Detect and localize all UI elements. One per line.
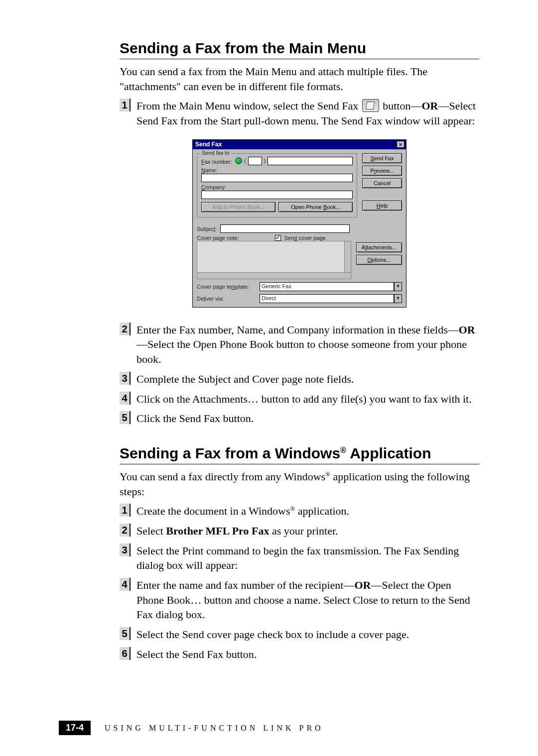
fax-number-input[interactable] — [268, 157, 353, 165]
step-text: Select the Print command to begin the fa… — [136, 543, 479, 573]
step-text: Select the Send Fax button. — [136, 647, 257, 662]
list-item: 6 Select the Send Fax button. — [120, 647, 479, 662]
fax-mid: ) — [264, 158, 266, 164]
dialog-title: Send Fax — [195, 141, 222, 148]
list-item: 1 Create the document in a Windows® appl… — [120, 504, 479, 519]
subject-label: Subject: — [197, 226, 217, 232]
step-number: 3 — [120, 372, 131, 385]
preview-button[interactable]: Preview... — [362, 166, 402, 176]
globe-icon[interactable] — [235, 157, 242, 164]
fax-number-label: Fax number: — [201, 159, 233, 165]
dialog-titlebar: Send Fax × — [193, 140, 406, 149]
group-legend: Send fax to — [200, 150, 231, 156]
subject-input[interactable] — [220, 224, 350, 233]
step-text: Click the Send Fax button. — [136, 411, 254, 426]
chevron-down-icon[interactable]: ▼ — [394, 294, 402, 303]
attachments-button[interactable]: Attachments... — [356, 242, 402, 252]
list-item: 1 From the Main Menu window, select the … — [120, 99, 479, 128]
cover-note-textarea[interactable] — [197, 241, 351, 273]
cover-template-select[interactable]: Generic Fax ▼ — [260, 282, 402, 291]
step-text: Select the Send cover page check box to … — [136, 627, 409, 642]
section1-title: Sending a Fax from the Main Menu — [120, 40, 479, 57]
step-text: Select Brother MFL Pro Fax as your print… — [136, 524, 338, 539]
section1-list: 1 From the Main Menu window, select the … — [120, 99, 479, 426]
send-fax-dialog: Send Fax × Send fax to Fax number: ( — [192, 139, 406, 308]
chevron-down-icon[interactable]: ▼ — [394, 282, 402, 291]
list-item: 2 Enter the Fax number, Name, and Compan… — [120, 323, 479, 367]
section2-list: 1 Create the document in a Windows® appl… — [120, 504, 479, 661]
cancel-button[interactable]: Cancel — [362, 178, 402, 188]
fax-area-input[interactable] — [248, 157, 262, 165]
step-number: 2 — [120, 323, 131, 335]
send-fax-button[interactable]: Send Fax — [362, 153, 402, 163]
step-number: 4 — [120, 578, 131, 591]
step-number: 5 — [120, 627, 131, 640]
help-button[interactable]: Help — [362, 201, 402, 211]
company-label: Company: — [201, 184, 353, 190]
step-text: Enter the name and fax number of the rec… — [136, 578, 479, 622]
send-cover-label: Send cover page — [284, 235, 326, 241]
step-text: Click on the Attachments… button to add … — [136, 392, 472, 407]
section2-intro: You can send a fax directly from any Win… — [120, 469, 479, 499]
list-item: 3 Select the Print command to begin the … — [120, 543, 479, 573]
step-number: 3 — [120, 543, 131, 556]
step-number: 4 — [120, 392, 131, 405]
page-footer: 17-4 USING MULTI-FUNCTION LINK PRO — [59, 721, 479, 735]
step-text: Create the document in a Windows® applic… — [136, 504, 349, 519]
list-item: 5 Click the Send Fax button. — [120, 411, 479, 426]
step-number: 1 — [120, 504, 131, 517]
list-item: 5 Select the Send cover page check box t… — [120, 627, 479, 642]
step-text: From the Main Menu window, select the Se… — [136, 99, 479, 128]
scrollbar-vertical[interactable] — [344, 241, 351, 273]
list-item: 3 Complete the Subject and Cover page no… — [120, 372, 479, 387]
step-text: Complete the Subject and Cover page note… — [136, 372, 354, 387]
footer-text: USING MULTI-FUNCTION LINK PRO — [105, 724, 324, 733]
deliver-via-value: Direct — [260, 294, 394, 303]
open-phonebook-button[interactable]: Open Phone Book... — [278, 202, 353, 212]
deliver-via-label: Deliver via: — [197, 296, 257, 302]
cover-template-label: Cover page template: — [197, 284, 257, 290]
add-to-phonebook-button[interactable]: Add to Phone Book... — [201, 202, 275, 212]
name-label: Name: — [201, 167, 353, 173]
step-number: 2 — [120, 524, 131, 537]
send-fax-dialog-wrap: Send Fax × Send fax to Fax number: ( — [120, 139, 479, 308]
section2-rule — [120, 464, 479, 464]
list-item: 4 Click on the Attachments… button to ad… — [120, 392, 479, 407]
options-button[interactable]: Options... — [356, 255, 402, 265]
company-input[interactable] — [201, 191, 353, 199]
step-number: 6 — [120, 647, 131, 660]
page-number-badge: 17-4 — [59, 721, 91, 735]
send-fax-to-group: Send fax to Fax number: ( ) Name: — [197, 153, 357, 217]
step-number: 5 — [120, 411, 131, 424]
section1-intro: You can send a fax from the Main Menu an… — [120, 64, 479, 94]
scrollbar-horizontal[interactable] — [197, 272, 351, 279]
close-icon[interactable]: × — [397, 141, 404, 148]
section2-title: Sending a Fax from a Windows® Applicatio… — [120, 445, 479, 462]
send-fax-icon — [362, 99, 379, 112]
send-cover-checkbox[interactable] — [275, 235, 281, 241]
section1-rule — [120, 59, 479, 59]
list-item: 4 Enter the name and fax number of the r… — [120, 578, 479, 622]
cover-template-value: Generic Fax — [260, 282, 394, 291]
deliver-via-select[interactable]: Direct ▼ — [260, 294, 402, 303]
name-input[interactable] — [201, 174, 353, 182]
cover-note-label: Cover page note: — [197, 235, 239, 241]
fax-prefix: ( — [244, 158, 246, 164]
step-number: 1 — [120, 99, 131, 111]
step-text: Enter the Fax number, Name, and Company … — [136, 323, 479, 367]
list-item: 2 Select Brother MFL Pro Fax as your pri… — [120, 524, 479, 539]
